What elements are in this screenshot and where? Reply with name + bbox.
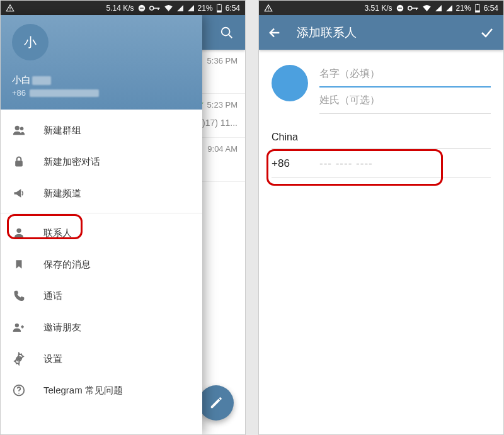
svg-line-11 — [229, 34, 232, 38]
last-name-field[interactable]: 姓氏（可选） — [319, 88, 491, 114]
svg-rect-8 — [218, 4, 220, 4]
signal-icon — [176, 4, 184, 12]
country-row[interactable]: China — [272, 132, 491, 149]
svg-point-19 — [18, 393, 20, 394]
battery-icon — [216, 4, 222, 13]
right-body: 添加联系人 名字（必填） 姓氏（可选） China — [259, 15, 503, 434]
svg-point-13 — [20, 127, 24, 131]
wifi-icon — [164, 4, 173, 12]
left-body: 5:36 PM ✓ 5:23 PM )17) 11... 9:04 AM — [1, 15, 245, 434]
svg-point-16 — [15, 324, 19, 327]
vpn-key-icon — [149, 4, 161, 12]
contact-form: 名字（必填） 姓氏（可选） China +86 --- ---- ---- — [259, 50, 503, 178]
avatar-placeholder[interactable] — [272, 65, 308, 101]
avatar[interactable]: 小 — [12, 24, 49, 60]
first-name-field[interactable]: 名字（必填） — [319, 61, 491, 88]
chat-time: 5:36 PM — [207, 56, 238, 65]
chat-time: 5:23 PM — [207, 100, 238, 110]
phone-left: 5.14 K/s 21% 6:54 5:36 PM ✓ 5:23 PM — [0, 0, 246, 435]
battery-text: 21% — [198, 4, 213, 13]
drawer-item-contacts[interactable]: 联系人 — [1, 217, 202, 249]
drawer-item-label: 通话 — [43, 290, 62, 302]
chat-time-wrap: ✓ 5:23 PM — [198, 100, 238, 110]
phone-icon — [12, 289, 26, 303]
drawer-item-label: 设置 — [43, 353, 62, 365]
svg-rect-23 — [398, 8, 402, 8]
warning-icon — [264, 4, 273, 13]
clock-text: 6:54 — [484, 4, 498, 13]
drawer-list: 新建群组 新建加密对话 新建频道 联系人 保存的消息 — [1, 110, 202, 434]
drawer-item-new-group[interactable]: 新建群组 — [1, 115, 202, 146]
svg-rect-21 — [268, 9, 268, 10]
contact-icon — [12, 226, 26, 240]
first-name-placeholder: 名字（必填） — [319, 67, 380, 81]
help-icon — [12, 383, 26, 397]
warning-icon — [6, 4, 14, 13]
svg-rect-1 — [9, 9, 10, 10]
drawer-item-secret-chat[interactable]: 新建加密对话 — [1, 146, 202, 178]
redacted — [30, 89, 99, 97]
svg-rect-14 — [15, 161, 23, 166]
country-code: +86 — [272, 157, 302, 170]
svg-rect-9 — [217, 10, 221, 12]
svg-rect-3 — [140, 8, 144, 8]
battery-text: 21% — [456, 4, 471, 13]
last-name-placeholder: 姓氏（可选） — [319, 94, 380, 107]
drawer-item-label: 邀请朋友 — [43, 322, 81, 334]
drawer-item-calls[interactable]: 通话 — [1, 280, 202, 312]
search-icon[interactable] — [220, 26, 234, 40]
svg-point-4 — [149, 6, 153, 10]
name-fields: 名字（必填） 姓氏（可选） — [319, 61, 491, 114]
drawer-item-faq[interactable]: Telegram 常见问题 — [1, 375, 202, 406]
user-name: 小白 — [12, 74, 191, 86]
signal-icon — [435, 4, 442, 12]
confirm-icon[interactable] — [479, 25, 495, 40]
phone-row[interactable]: +86 --- ---- ---- — [272, 149, 491, 178]
drawer-item-new-channel[interactable]: 新建频道 — [1, 178, 202, 209]
page-title: 添加联系人 — [297, 25, 464, 41]
svg-rect-29 — [475, 10, 479, 12]
compose-fab[interactable] — [198, 385, 234, 421]
svg-rect-26 — [416, 8, 417, 10]
svg-point-17 — [17, 357, 21, 361]
drawer-item-invite[interactable]: 邀请朋友 — [1, 312, 202, 343]
drawer-header: 小 小白 +86 — [1, 15, 202, 110]
megaphone-icon — [12, 186, 26, 200]
clock-text: 6:54 — [226, 4, 240, 13]
pencil-icon — [209, 396, 223, 410]
battery-icon — [474, 4, 481, 13]
back-icon[interactable] — [268, 26, 282, 40]
net-speed: 5.14 K/s — [106, 4, 134, 13]
redacted — [32, 76, 51, 85]
phone-placeholder: --- ---- ---- — [319, 157, 373, 170]
drawer-item-label: Telegram 常见问题 — [43, 385, 123, 397]
drawer-item-label: 新建群组 — [43, 125, 81, 137]
avatar-letter: 小 — [24, 34, 37, 51]
svg-rect-0 — [9, 7, 10, 9]
svg-point-10 — [222, 27, 230, 35]
drawer-item-saved[interactable]: 保存的消息 — [1, 249, 202, 280]
form-top: 名字（必填） 姓氏（可选） — [272, 61, 491, 114]
signal-icon-2 — [187, 4, 195, 12]
svg-point-12 — [15, 126, 20, 130]
drawer-item-label: 新建加密对话 — [43, 156, 100, 168]
vpn-key-icon — [408, 4, 419, 12]
drawer-item-label: 联系人 — [43, 227, 72, 239]
net-speed: 3.51 K/s — [365, 4, 392, 13]
status-bar: 3.51 K/s 21% 6:54 — [259, 1, 503, 15]
svg-rect-20 — [268, 7, 268, 9]
lock-icon — [12, 155, 26, 169]
chat-sub: )17) 11... — [202, 118, 238, 128]
user-phone: +86 — [12, 88, 191, 98]
phone-right: 3.51 K/s 21% 6:54 添加联系人 名字（必填） — [258, 0, 504, 435]
dnd-icon — [137, 4, 146, 13]
signal-icon-2 — [445, 4, 453, 12]
svg-point-15 — [16, 229, 21, 233]
chat-time: 9:04 AM — [207, 144, 238, 154]
invite-icon — [12, 320, 26, 334]
drawer-item-settings[interactable]: 设置 — [1, 343, 202, 375]
wifi-icon — [422, 4, 432, 12]
settings-icon — [12, 352, 26, 366]
status-bar: 5.14 K/s 21% 6:54 — [1, 1, 245, 15]
app-bar: 添加联系人 — [259, 15, 503, 50]
